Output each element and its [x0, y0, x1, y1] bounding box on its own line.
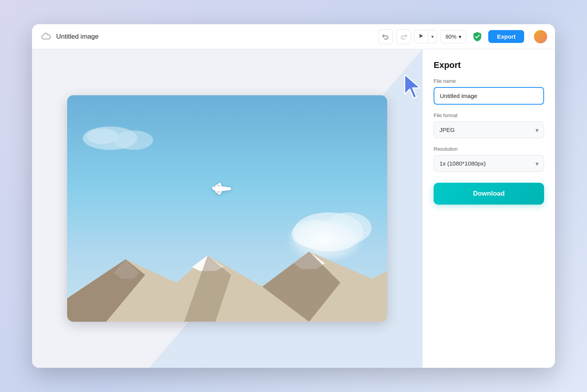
doc-title: Untitled image [56, 33, 99, 41]
file-name-label: File name [434, 78, 544, 84]
airplane [209, 181, 233, 200]
svg-point-3 [87, 128, 118, 144]
header: Untitled image [32, 24, 555, 49]
header-right: Export [471, 30, 547, 43]
resolution-field: Resolution 1x (1080*1080px) 2x (2160*216… [434, 146, 544, 172]
zoom-chevron: ▾ [459, 34, 461, 40]
cloud-top-left [79, 119, 157, 150]
file-format-wrapper: JPEG PNG SVG PDF ▾ [434, 121, 544, 138]
file-format-select[interactable]: JPEG PNG SVG PDF [434, 121, 544, 138]
file-name-field: File name [434, 78, 544, 105]
play-button-group[interactable]: ▾ [414, 30, 437, 43]
image-frame [67, 95, 387, 322]
svg-point-18 [226, 187, 231, 190]
app-window: Untitled image [32, 24, 555, 368]
undo-button[interactable] [378, 29, 393, 44]
zoom-button[interactable]: 80% ▾ [440, 30, 466, 43]
shield-icon [471, 30, 484, 43]
svg-point-20 [217, 185, 221, 187]
resolution-select[interactable]: 1x (1080*1080px) 2x (2160*2160px) 0.5x (… [434, 155, 544, 172]
redo-button[interactable] [396, 29, 411, 44]
panel-title: Export [434, 60, 544, 70]
canvas-area [32, 49, 422, 368]
zoom-value: 80% [445, 34, 456, 40]
file-format-label: File format [434, 112, 544, 118]
header-center: ▾ 80% ▾ [378, 29, 466, 44]
export-panel: Export File name File format JPEG PNG SV… [422, 49, 555, 368]
svg-point-2 [114, 130, 153, 150]
mountain-svg [67, 236, 387, 322]
svg-point-19 [217, 191, 221, 193]
export-button[interactable]: Export [488, 30, 524, 43]
file-name-input[interactable] [434, 87, 544, 105]
play-dropdown-button[interactable]: ▾ [428, 31, 437, 43]
file-format-field: File format JPEG PNG SVG PDF ▾ [434, 112, 544, 138]
resolution-wrapper: 1x (1080*1080px) 2x (2160*2160px) 0.5x (… [434, 155, 544, 172]
header-left: Untitled image [40, 30, 374, 43]
download-button[interactable]: Download [434, 183, 544, 205]
airplane-scene [67, 95, 387, 322]
header-divider [529, 31, 529, 43]
main-content: Export File name File format JPEG PNG SV… [32, 49, 555, 368]
cloud-icon [40, 30, 52, 43]
svg-marker-17 [212, 186, 215, 189]
resolution-label: Resolution [434, 146, 544, 152]
play-main-button[interactable] [414, 30, 428, 43]
avatar[interactable] [534, 30, 547, 43]
